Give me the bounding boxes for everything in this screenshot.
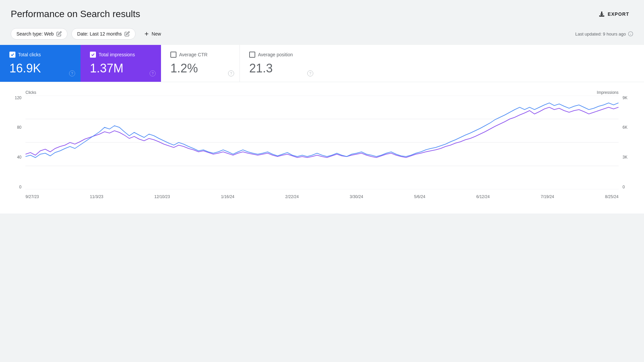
position-checkbox[interactable] xyxy=(249,52,255,58)
chart-area xyxy=(25,96,619,189)
search-type-label: Search type: Web xyxy=(16,31,54,37)
new-label: New xyxy=(152,31,161,37)
impressions-value: 1.37M xyxy=(90,62,152,75)
export-icon xyxy=(598,11,605,17)
y-right-tick-3k: 3K xyxy=(623,155,628,160)
y-right-axis-label: Impressions xyxy=(597,90,619,95)
clicks-help-icon[interactable]: ? xyxy=(69,70,75,76)
impressions-line xyxy=(25,107,619,158)
impressions-label: Total impressions xyxy=(99,52,135,57)
y-axis-left: 120 80 40 0 xyxy=(11,96,24,189)
filter-bar: Search type: Web Date: Last 12 months Ne… xyxy=(0,25,644,45)
ctr-value: 1.2% xyxy=(170,62,230,75)
x-label-8: 7/19/24 xyxy=(541,194,554,199)
x-label-4: 2/22/24 xyxy=(285,194,299,199)
y-right-tick-9k: 9K xyxy=(623,96,628,100)
date-filter[interactable]: Date: Last 12 months xyxy=(71,28,136,40)
edit-icon xyxy=(56,31,62,37)
impressions-help-icon[interactable]: ? xyxy=(150,70,156,76)
plus-icon xyxy=(144,31,150,37)
metric-label-row-clicks: Total clicks xyxy=(9,52,71,58)
metric-card-avg-ctr[interactable]: Average CTR 1.2% ? xyxy=(161,45,240,82)
x-label-9: 8/25/24 xyxy=(605,194,619,199)
ctr-checkbox[interactable] xyxy=(170,52,176,58)
page-title: Performance on Search results xyxy=(11,9,140,19)
export-button[interactable]: EXPORT xyxy=(594,8,633,20)
x-label-2: 12/10/23 xyxy=(154,194,170,199)
position-value: 21.3 xyxy=(249,62,309,75)
chart-svg xyxy=(25,96,619,189)
y-right-tick-0: 0 xyxy=(623,185,625,189)
metrics-section: Total clicks 16.9K ? Total impressions 1… xyxy=(0,45,644,82)
x-label-0: 9/27/23 xyxy=(25,194,39,199)
info-icon xyxy=(628,31,633,37)
metric-label-row-position: Average position xyxy=(249,52,309,58)
x-label-5: 3/30/24 xyxy=(350,194,363,199)
x-label-1: 11/3/23 xyxy=(90,194,103,199)
clicks-line xyxy=(25,103,619,158)
clicks-value: 16.9K xyxy=(9,62,71,75)
x-label-3: 1/16/24 xyxy=(221,194,234,199)
y-axis-right: 9K 6K 3K 0 xyxy=(620,96,633,189)
y-left-tick-0: 0 xyxy=(19,185,21,189)
chart-section: Clicks Impressions 120 80 40 0 9K 6K 3K … xyxy=(0,82,644,214)
position-help-icon[interactable]: ? xyxy=(307,70,313,76)
y-left-tick-120: 120 xyxy=(15,96,21,100)
position-label: Average position xyxy=(258,52,293,57)
metric-label-row-impressions: Total impressions xyxy=(90,52,152,58)
metric-card-total-impressions[interactable]: Total impressions 1.37M ? xyxy=(80,45,161,82)
metric-card-avg-position[interactable]: Average position 21.3 ? xyxy=(240,45,319,82)
x-label-6: 5/6/24 xyxy=(414,194,425,199)
x-axis-labels: 9/27/23 11/3/23 12/10/23 1/16/24 2/22/24… xyxy=(25,191,619,203)
metric-card-total-clicks[interactable]: Total clicks 16.9K ? xyxy=(0,45,80,82)
y-left-tick-40: 40 xyxy=(17,155,21,160)
last-updated: Last updated: 9 hours ago xyxy=(575,31,633,37)
ctr-label: Average CTR xyxy=(179,52,208,57)
metrics-cards: Total clicks 16.9K ? Total impressions 1… xyxy=(0,45,644,82)
y-left-tick-80: 80 xyxy=(17,125,21,130)
filter-left: Search type: Web Date: Last 12 months Ne… xyxy=(11,28,165,40)
impressions-checkbox[interactable] xyxy=(90,52,96,58)
y-left-axis-label: Clicks xyxy=(25,90,36,95)
y-right-tick-6k: 6K xyxy=(623,125,628,130)
chart-container: 120 80 40 0 9K 6K 3K 0 xyxy=(11,96,633,203)
new-button[interactable]: New xyxy=(140,28,165,40)
clicks-label: Total clicks xyxy=(18,52,41,57)
date-label: Date: Last 12 months xyxy=(77,31,122,37)
page-header: Performance on Search results EXPORT xyxy=(0,0,644,25)
edit-date-icon xyxy=(124,31,130,37)
check-icon xyxy=(10,53,14,57)
metric-label-row-ctr: Average CTR xyxy=(170,52,230,58)
x-label-7: 6/12/24 xyxy=(476,194,490,199)
ctr-help-icon[interactable]: ? xyxy=(228,70,234,76)
clicks-checkbox[interactable] xyxy=(9,52,15,58)
check-icon-purple xyxy=(91,53,95,57)
search-type-filter[interactable]: Search type: Web xyxy=(11,28,67,40)
